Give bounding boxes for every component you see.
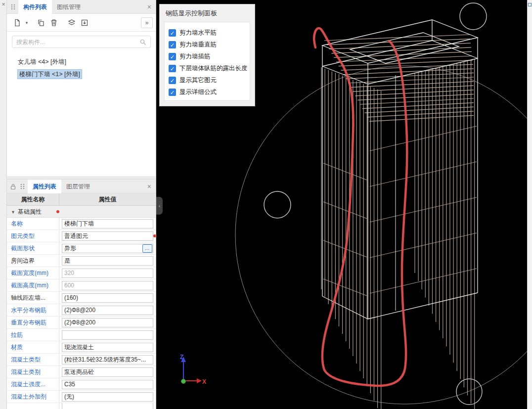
rebar-option[interactable]: ✓显示详细公式 xyxy=(169,86,246,98)
axis-z-label: Z xyxy=(180,354,183,361)
property-value-input[interactable]: 现浇混凝土 xyxy=(62,343,153,352)
rebar-option[interactable]: ✓剪力墙垂直筋 xyxy=(169,39,246,50)
property-name: 图元类型 xyxy=(7,230,59,242)
column-header-value: 属性值 xyxy=(59,193,156,205)
close-panel-button[interactable]: × xyxy=(143,3,156,11)
property-value-input[interactable]: (粒径31.5砼32.5级坍落度35~... xyxy=(62,355,153,364)
search-box xyxy=(12,36,151,48)
property-value-input[interactable]: 泵送商品砼 xyxy=(62,367,153,377)
property-row: 轴线距左墙...(160) xyxy=(7,292,156,304)
close-panel-button[interactable]: × xyxy=(143,182,156,190)
property-value-cell: 现浇混凝土 xyxy=(59,341,156,353)
expand-panel-icon[interactable] xyxy=(528,3,532,6)
rebar-option[interactable]: ✓剪力墙插筋 xyxy=(169,50,246,62)
top-horizontal-rebar xyxy=(324,35,474,121)
lock-icon[interactable] xyxy=(10,183,16,190)
property-value-input[interactable]: (无) xyxy=(62,392,153,402)
rebar-panel-title[interactable]: 钢筋显示控制面板 xyxy=(160,4,255,22)
tab-property-list[interactable]: 属性列表 xyxy=(28,180,61,193)
checkbox-icon[interactable]: ✓ xyxy=(169,65,176,72)
left-panel-column: 构件列表 图纸管理 × ▾ xyxy=(7,0,156,409)
property-table-header: 属性名称 属性值 xyxy=(7,193,156,206)
rebar-option[interactable]: ✓显示其它图元 xyxy=(169,74,246,86)
new-component-button[interactable] xyxy=(11,16,24,29)
property-name: 截面高度(mm) xyxy=(7,279,59,291)
checkbox-icon[interactable]: ✓ xyxy=(169,29,176,37)
section-basic-properties[interactable]: ▼基础属性 xyxy=(7,206,156,218)
search-icon xyxy=(139,39,146,45)
property-row: 垂直分布钢筋(2)Φ8@200 xyxy=(7,317,156,329)
checkbox-icon[interactable]: ✓ xyxy=(169,53,176,60)
property-panel: 属性列表 图层管理 × 属性名称 属性值 ▼基础属性 名称楼梯门下墙图元类型普通… xyxy=(7,180,156,409)
delete-button[interactable] xyxy=(47,16,60,29)
property-row: 水平分布钢筋(2)Φ8@200 xyxy=(7,304,156,317)
property-name: 名称 xyxy=(7,218,59,229)
component-panel: 构件列表 图纸管理 × ▾ xyxy=(7,0,156,176)
property-value-input[interactable]: C35 xyxy=(62,380,153,389)
property-value-input[interactable]: (2)Φ8@200 xyxy=(62,306,153,315)
axis-triad: Z X xyxy=(180,354,206,385)
property-row: 名称楼梯门下墙 xyxy=(7,218,156,230)
property-name: 截面形状 xyxy=(7,242,59,254)
property-value-cell: (2)Φ8@200 xyxy=(59,304,156,316)
property-value-cell: (粒径31.5砼32.5级坍落度35~... xyxy=(59,354,156,365)
property-name: 混凝土类型 xyxy=(7,354,59,365)
property-row: 材质现浇混凝土 xyxy=(7,341,156,354)
property-name: 混凝土外加剂 xyxy=(7,391,59,403)
property-value-input[interactable]: 异形 xyxy=(62,244,153,253)
new-component-dropdown[interactable]: ▾ xyxy=(24,16,30,29)
save-archive-button[interactable] xyxy=(78,16,91,29)
property-value-input[interactable]: 是 xyxy=(62,256,153,266)
rebar-option[interactable]: ✓剪力墙水平筋 xyxy=(169,27,246,39)
property-value-input[interactable]: 320 xyxy=(62,269,153,278)
property-value-input[interactable]: 600 xyxy=(62,281,153,290)
rebar-option[interactable]: ✓下层墙体纵筋的露出长度 xyxy=(169,62,246,74)
search-input[interactable] xyxy=(16,39,139,45)
list-item[interactable]: 女儿墙 <4> [外墙] xyxy=(7,56,156,68)
layer-copy-button[interactable] xyxy=(65,16,78,29)
modified-marker-dot xyxy=(153,234,156,237)
property-value-input[interactable]: 楼梯门下墙 xyxy=(62,219,153,228)
viewport-3d[interactable]: Z X 钢筋显示控制面板 ✓剪力墙水平筋✓剪力墙垂直筋✓剪力墙插筋✓下层墙体纵筋… xyxy=(156,0,527,409)
trash-icon xyxy=(50,19,58,27)
dock-close-button[interactable]: × xyxy=(0,0,7,9)
list-item[interactable]: 楼梯门下墙 <1> [外墙] xyxy=(7,68,156,81)
property-row: 截面宽度(mm)320 xyxy=(7,267,156,279)
property-rows: 名称楼梯门下墙图元类型普通图元截面形状异形…房间边界是截面宽度(mm)320截面… xyxy=(7,218,156,403)
property-value-cell: 泵送商品砼 xyxy=(59,366,156,378)
property-name: 拉筋 xyxy=(7,329,59,341)
checkbox-icon[interactable]: ✓ xyxy=(169,77,176,84)
property-value-cell: (无) xyxy=(59,391,156,403)
property-name: 水平分布钢筋 xyxy=(7,304,59,316)
property-value-input[interactable]: 普通图元 xyxy=(62,231,153,241)
checkbox-icon[interactable]: ✓ xyxy=(169,41,176,48)
tab-component-list[interactable]: 构件列表 xyxy=(18,0,52,14)
ellipsis-picker-button[interactable]: … xyxy=(142,244,152,253)
rebar-display-panel: 钢筋显示控制面板 ✓剪力墙水平筋✓剪力墙垂直筋✓剪力墙插筋✓下层墙体纵筋的露出长… xyxy=(159,4,255,106)
property-name: 截面宽度(mm) xyxy=(7,267,59,279)
tab-drawing-management[interactable]: 图纸管理 xyxy=(52,0,86,14)
tab-layer-management[interactable]: 图层管理 xyxy=(61,180,95,193)
collapse-triangle-icon: ▼ xyxy=(11,206,15,218)
property-row: 混凝土外加剂(无) xyxy=(7,391,156,403)
property-value-input[interactable] xyxy=(62,330,153,340)
toolbar-more-button[interactable]: » xyxy=(141,17,153,28)
property-value-input[interactable]: (160) xyxy=(62,293,153,303)
property-name: 混凝土强度... xyxy=(7,378,59,390)
collapse-sidebar-handle[interactable]: ‹ xyxy=(156,197,163,215)
axis-origin-dot xyxy=(181,379,186,384)
panel-splitter[interactable] xyxy=(7,176,156,180)
property-row: 混凝土强度...C35 xyxy=(7,378,156,391)
property-panel-tabbar: 属性列表 图层管理 × xyxy=(7,180,156,193)
property-row: 截面高度(mm)600 xyxy=(7,279,156,292)
property-row: 拉筋 xyxy=(7,329,156,341)
property-value-cell: 600 xyxy=(59,279,156,291)
copy-button[interactable] xyxy=(35,16,47,29)
property-value-cell: 是 xyxy=(59,255,156,267)
drag-handle-icon[interactable] xyxy=(10,3,15,10)
copy-icon xyxy=(37,19,45,27)
drag-handle-icon[interactable] xyxy=(20,183,25,190)
property-row-partial xyxy=(7,403,156,409)
checkbox-icon[interactable]: ✓ xyxy=(169,89,176,96)
property-value-input[interactable]: (2)Φ8@200 xyxy=(62,318,153,327)
